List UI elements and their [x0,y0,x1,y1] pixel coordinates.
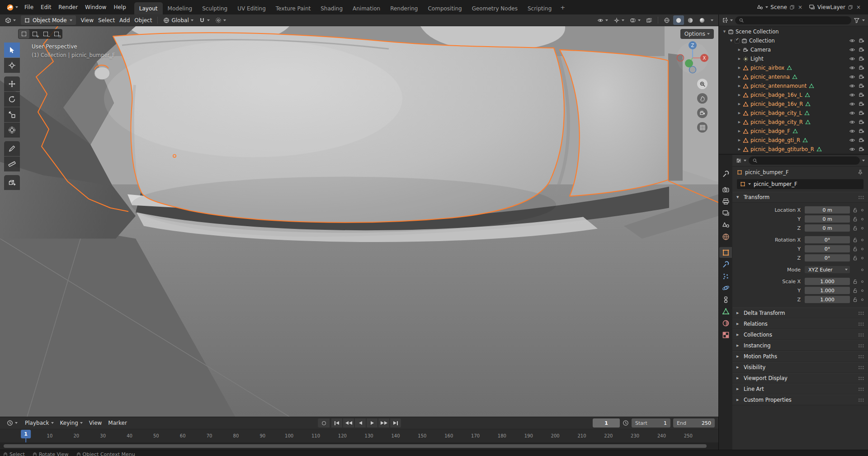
timeline-menu-item[interactable]: Marker [105,418,130,428]
object-name[interactable]: picnic_airbox [750,65,784,71]
navigation-gizmo[interactable]: Z X [675,40,710,75]
show-gizmos-button[interactable] [611,15,627,25]
xray-toggle-button[interactable] [644,15,655,25]
animate-property-dot[interactable] [861,257,863,259]
disable-in-renders-icon[interactable] [859,56,865,62]
animate-property-dot[interactable] [861,290,863,292]
outliner-row[interactable]: ▶ ✓ Light [719,54,868,63]
tool-transform[interactable] [4,123,20,138]
zoom-button[interactable] [697,79,708,89]
animate-property-dot[interactable] [861,269,863,271]
prev-keyframe-button[interactable] [343,418,354,428]
outliner-editor-type-button[interactable] [722,17,733,24]
transform-orientation-dropdown[interactable]: Global [161,15,195,25]
object-name[interactable]: Camera [750,47,771,53]
lock-icon[interactable] [852,237,858,243]
tab-texture-properties[interactable] [719,329,732,340]
lock-icon[interactable] [852,225,858,231]
tool-cursor[interactable] [4,58,20,73]
gizmo-x-label[interactable]: X [703,56,706,61]
drag-handle-icon[interactable] [858,355,864,359]
chevron-down-icon[interactable] [862,19,865,21]
hide-in-viewport-icon[interactable] [849,56,855,62]
drag-handle-icon[interactable] [858,398,864,402]
current-frame-field[interactable]: 1 [593,418,620,428]
start-frame-field[interactable]: Start 1 [632,418,670,428]
disable-in-renders-icon[interactable] [859,38,865,44]
timeline-scrollbar[interactable] [0,442,718,450]
viewport-canvas[interactable]: User Perspective (1) Collection | picnic… [0,26,718,417]
jump-to-start-button[interactable] [331,418,342,428]
chevron-down-icon[interactable] [862,160,865,162]
expander-icon[interactable]: ▶ [736,75,742,79]
tab-scene-properties[interactable] [719,219,732,230]
tab-object-data-properties[interactable] [719,306,732,317]
expander-icon[interactable]: ▶ [736,138,742,142]
animate-property-dot[interactable] [861,218,863,220]
menu-item[interactable]: Render [55,2,81,13]
hide-in-viewport-icon[interactable] [849,137,855,143]
hide-in-viewport-icon[interactable] [849,110,855,116]
menu-item[interactable]: Window [81,2,110,13]
hide-in-viewport-icon[interactable] [849,92,855,98]
remove-viewlayer-icon[interactable]: × [855,4,862,10]
animate-property-dot[interactable] [861,248,863,250]
workspace-tab[interactable]: UV Editing [232,2,271,14]
preview-range-clock-icon[interactable] [623,420,629,426]
panel-section-header[interactable]: ▶ Relations [732,318,868,329]
timeline-editor-type-button[interactable] [4,418,21,428]
hide-in-viewport-icon[interactable] [849,74,855,80]
options-button[interactable]: Options [680,29,714,39]
scene-selector[interactable]: Scene × [754,2,806,12]
hide-in-viewport-icon[interactable] [849,83,855,89]
timeline-ruler[interactable]: 1102030405060708090100110120130140150160… [0,429,718,442]
panel-section-header[interactable]: ▶ Collections [732,329,868,340]
object-name[interactable]: picnic_badge_city_R [750,119,803,125]
hide-in-viewport-icon[interactable] [849,146,855,152]
tab-physics-properties[interactable] [719,282,732,293]
object-name[interactable]: picnic_badge_F [750,128,790,134]
transform-value-field[interactable]: 0° [805,245,850,252]
viewport-menu-item[interactable]: View [79,15,96,25]
tab-constraints-properties[interactable] [719,294,732,305]
transform-value-field[interactable]: 0° [805,236,850,243]
outliner-row[interactable]: ▼ ✓ Collection [719,36,868,45]
object-name[interactable]: picnic_badge_gti_R [750,137,800,143]
lock-icon[interactable] [852,246,858,252]
disable-in-renders-icon[interactable] [859,92,865,98]
transform-value-field[interactable]: 0° [805,254,850,261]
lock-icon[interactable] [852,288,858,294]
gizmo-z-label[interactable]: Z [691,43,694,48]
expander-icon[interactable]: ▶ [736,84,742,88]
tab-viewlayer-properties[interactable] [719,208,732,218]
workspace-tab[interactable]: Sculpting [197,2,232,14]
transform-value-field[interactable]: 1.000 [805,296,850,303]
mode-dropdown[interactable]: Object Mode [21,15,76,25]
lock-icon[interactable] [852,255,858,261]
timeline-menu-item[interactable]: Keying [57,418,86,428]
panel-section-header[interactable]: ▶ Visibility [732,362,868,373]
tool-scale[interactable] [4,107,20,122]
filter-funnel-icon[interactable] [854,17,860,24]
end-frame-field[interactable]: End 250 [673,418,715,428]
disable-in-renders-icon[interactable] [859,128,865,134]
shading-solid-button[interactable] [673,15,684,25]
hide-in-viewport-icon[interactable] [849,119,855,125]
tool-measure[interactable] [4,157,20,171]
animate-property-dot[interactable] [861,280,863,283]
expander-icon[interactable]: ▼ [722,30,727,33]
new-scene-icon[interactable] [789,5,795,10]
tab-output-properties[interactable] [719,196,732,207]
expander-icon[interactable]: ▼ [728,39,734,43]
disable-in-renders-icon[interactable] [859,83,865,89]
transform-value-field[interactable]: 1.000 [805,287,850,294]
panel-section-header[interactable]: ▶ Line Art [732,384,868,394]
workspace-tab[interactable]: Texture Paint [271,2,316,14]
workspace-tab[interactable]: Rendering [385,2,423,14]
transform-value-field[interactable]: XYZ Euler [805,266,850,273]
disable-in-renders-icon[interactable] [859,146,865,152]
drag-handle-icon[interactable] [858,344,864,348]
expander-icon[interactable]: ▶ [736,93,742,97]
shading-rendered-button[interactable] [697,15,708,25]
animate-property-dot[interactable] [861,227,863,229]
